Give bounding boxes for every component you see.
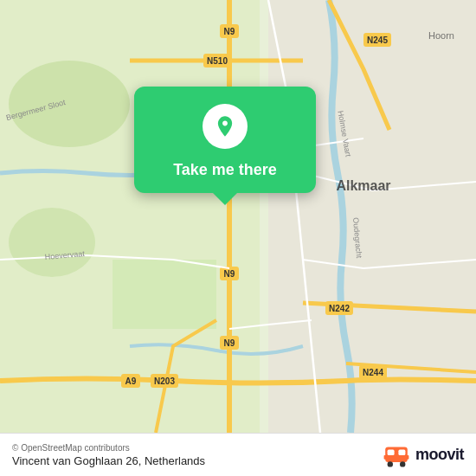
take-me-there-button[interactable]: Take me there [134, 87, 316, 193]
svg-text:N203: N203 [154, 376, 175, 386]
svg-point-34 [388, 461, 393, 466]
moovit-text: moovit [415, 446, 464, 464]
location-info: © OpenStreetMap contributors Vincent van… [12, 443, 205, 467]
svg-text:N9: N9 [224, 27, 235, 36]
svg-text:N245: N245 [367, 35, 388, 45]
svg-text:N242: N242 [329, 304, 350, 313]
svg-text:N510: N510 [207, 56, 228, 66]
moovit-icon [383, 441, 410, 469]
pin-icon-container [203, 104, 248, 149]
svg-text:A9: A9 [125, 376, 137, 386]
map-container: N9 N510 N245 N9 N9 N203 A9 N242 N244 Alk… [0, 0, 476, 433]
svg-text:Alkmaar: Alkmaar [336, 178, 390, 193]
svg-text:N244: N244 [363, 368, 383, 377]
svg-rect-37 [406, 455, 408, 460]
location-pin-icon [213, 114, 237, 138]
svg-text:N9: N9 [224, 269, 235, 279]
osm-credit: © OpenStreetMap contributors [12, 443, 205, 453]
map-svg: N9 N510 N245 N9 N9 N203 A9 N242 N244 Alk… [0, 0, 476, 433]
svg-text:Hoorn: Hoorn [428, 30, 454, 41]
svg-point-5 [9, 208, 95, 277]
svg-rect-36 [384, 455, 387, 460]
moovit-logo: moovit [383, 441, 464, 469]
svg-rect-32 [388, 449, 395, 454]
take-me-there-label: Take me there [173, 161, 277, 179]
bottom-bar: © OpenStreetMap contributors Vincent van… [0, 433, 476, 476]
svg-point-35 [400, 461, 405, 466]
location-name: Vincent van Goghlaan 26, Netherlands [12, 454, 205, 467]
svg-point-4 [9, 61, 130, 147]
svg-rect-33 [398, 449, 405, 454]
svg-text:N9: N9 [224, 338, 235, 348]
svg-rect-6 [113, 260, 216, 329]
